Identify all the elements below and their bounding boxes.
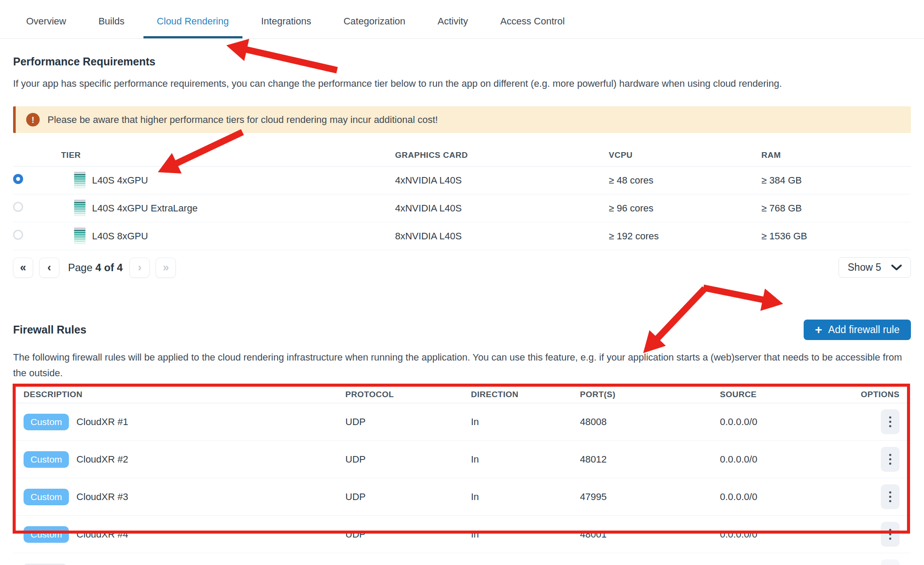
protocol-column-header: PROTOCOL xyxy=(345,390,471,403)
tier-ram: ≥ 1536 GB xyxy=(761,222,911,250)
rule-protocol: UDP xyxy=(345,516,471,553)
description-column-header: DESCRIPTION xyxy=(13,390,345,403)
performance-description: If your app has specific performance req… xyxy=(13,76,911,92)
tier-stack-icon xyxy=(74,172,85,189)
kebab-menu-icon[interactable] xyxy=(881,484,900,509)
firewall-description: The following firewall rules will be app… xyxy=(13,350,911,381)
default-badge: Default xyxy=(24,564,67,565)
performance-requirements-heading: Performance Requirements xyxy=(13,55,911,68)
direction-column-header: DIRECTION xyxy=(471,390,580,403)
warning-banner: ! Please be aware that higher performanc… xyxy=(13,106,911,133)
rule-protocol: TCP xyxy=(345,553,471,565)
tab-integrations[interactable]: Integrations xyxy=(248,12,325,38)
tab-builds[interactable]: Builds xyxy=(85,12,138,38)
tier-name: L40S 4xGPU xyxy=(92,175,148,186)
rule-direction: In xyxy=(471,441,580,478)
firewall-header-row: Firewall Rules + Add firewall rule xyxy=(13,320,911,340)
custom-badge: Custom xyxy=(24,414,69,430)
tier-column-header: TIER xyxy=(61,150,395,167)
firewall-row-cloudxr-1: CustomCloudXR #1 UDP In 48008 0.0.0.0/0 xyxy=(13,403,911,441)
pagination: « ‹ Page 4 of 4 › » Show 5 xyxy=(13,257,911,278)
rule-ports: 48008 xyxy=(580,403,720,441)
firewall-table-wrapper: DESCRIPTION PROTOCOL DIRECTION PORT(S) S… xyxy=(13,390,911,565)
tab-activity[interactable]: Activity xyxy=(424,12,482,38)
radio-unselected[interactable] xyxy=(13,230,23,240)
tier-vcpu: ≥ 96 cores xyxy=(609,194,761,222)
add-firewall-rule-label: Add firewall rule xyxy=(828,324,900,336)
rule-direction: In xyxy=(471,478,580,516)
radio-unselected[interactable] xyxy=(13,202,23,212)
rule-source: 0.0.0.0/0 xyxy=(720,516,842,553)
tier-graphics-card: 8xNVIDIA L40S xyxy=(395,222,609,250)
rule-source: 0.0.0.0/0 xyxy=(720,403,842,441)
page-size-select[interactable]: Show 5 xyxy=(839,257,911,278)
page-size-value: Show 5 xyxy=(848,262,881,273)
tier-row-l40s-4xgpu-extralarge[interactable]: L40S 4xGPU ExtraLarge 4xNVIDIA L40S ≥ 96… xyxy=(13,194,911,222)
radio-column-header xyxy=(13,150,61,167)
next-page-button: › xyxy=(130,258,150,278)
rule-direction: In xyxy=(471,553,580,565)
kebab-menu-icon xyxy=(881,559,900,565)
rule-direction: In xyxy=(471,403,580,441)
kebab-menu-icon[interactable] xyxy=(881,409,900,434)
source-column-header: SOURCE xyxy=(720,390,842,403)
rule-ports: 48001 xyxy=(580,516,720,553)
tier-ram: ≥ 384 GB xyxy=(761,167,911,194)
page-indicator: Page 4 of 4 xyxy=(68,262,123,274)
add-firewall-rule-button[interactable]: + Add firewall rule xyxy=(804,320,911,340)
firewall-rules-table: DESCRIPTION PROTOCOL DIRECTION PORT(S) S… xyxy=(13,390,911,565)
tab-access-control[interactable]: Access Control xyxy=(487,12,578,38)
tier-vcpu: ≥ 48 cores xyxy=(609,167,761,194)
vcpu-column-header: VCPU xyxy=(609,150,761,167)
tier-stack-icon xyxy=(74,228,85,245)
warning-text: Please be aware that higher performance … xyxy=(48,114,438,126)
rule-description: CloudXR #2 xyxy=(76,454,128,465)
tier-ram: ≥ 768 GB xyxy=(761,194,911,222)
ports-column-header: PORT(S) xyxy=(580,390,720,403)
exclamation-icon: ! xyxy=(26,113,40,126)
tab-overview[interactable]: Overview xyxy=(13,12,80,38)
tier-graphics-card: 4xNVIDIA L40S xyxy=(395,167,609,194)
rule-direction: In xyxy=(471,516,580,553)
rule-description: CloudXR #3 xyxy=(76,491,128,503)
rule-source: 0.0.0.0/0 xyxy=(720,441,842,478)
first-page-button[interactable]: « xyxy=(13,258,33,278)
firewall-row-cloudxr-4: CustomCloudXR #4 UDP In 48001 0.0.0.0/0 xyxy=(13,516,911,553)
last-page-button: » xyxy=(156,258,176,278)
tier-row-l40s-8xgpu[interactable]: L40S 8xGPU 8xNVIDIA L40S ≥ 192 cores ≥ 1… xyxy=(13,222,911,250)
rule-source: 0.0.0.0/0 xyxy=(720,478,842,516)
firewall-row-cloudxr-3: CustomCloudXR #3 UDP In 47995 0.0.0.0/0 xyxy=(13,478,911,516)
kebab-menu-icon[interactable] xyxy=(881,447,900,472)
custom-badge: Custom xyxy=(24,451,69,468)
firewall-row-health-daemon: DefaultHealth Daemon TCP In 53089 0.0.0.… xyxy=(13,553,911,565)
performance-tier-table: TIER GRAPHICS CARD VCPU RAM L40S 4xGPU 4… xyxy=(13,150,911,250)
cloud-rendering-page: Overview Builds Cloud Rendering Integrat… xyxy=(0,0,924,565)
plus-icon: + xyxy=(815,324,822,336)
rule-protocol: UDP xyxy=(345,441,471,478)
firewall-row-cloudxr-2: CustomCloudXR #2 UDP In 48012 0.0.0.0/0 xyxy=(13,441,911,478)
firewall-rules-heading: Firewall Rules xyxy=(13,323,86,336)
options-column-header: OPTIONS xyxy=(842,390,911,403)
kebab-menu-icon[interactable] xyxy=(881,522,900,547)
rule-description: CloudXR #4 xyxy=(76,529,128,540)
rule-ports: 48012 xyxy=(580,441,720,478)
tier-table-header-row: TIER GRAPHICS CARD VCPU RAM xyxy=(13,150,911,167)
graphics-card-column-header: GRAPHICS CARD xyxy=(395,150,609,167)
tier-vcpu: ≥ 192 cores xyxy=(609,222,761,250)
rule-protocol: UDP xyxy=(345,403,471,441)
tab-categorization[interactable]: Categorization xyxy=(330,12,419,38)
main-content: Performance Requirements If your app has… xyxy=(0,55,924,565)
rule-ports: 47995 xyxy=(580,478,720,516)
tab-bar: Overview Builds Cloud Rendering Integrat… xyxy=(0,0,924,39)
tier-name: L40S 8xGPU xyxy=(92,231,148,242)
tab-cloud-rendering[interactable]: Cloud Rendering xyxy=(143,12,242,38)
radio-selected[interactable] xyxy=(13,174,23,184)
tier-row-l40s-4xgpu[interactable]: L40S 4xGPU 4xNVIDIA L40S ≥ 48 cores ≥ 38… xyxy=(13,167,911,194)
tier-stack-icon xyxy=(74,200,85,217)
previous-page-button[interactable]: ‹ xyxy=(39,258,59,278)
tier-name: L40S 4xGPU ExtraLarge xyxy=(92,203,198,214)
firewall-table-header-row: DESCRIPTION PROTOCOL DIRECTION PORT(S) S… xyxy=(13,390,911,403)
tier-graphics-card: 4xNVIDIA L40S xyxy=(395,194,609,222)
ram-column-header: RAM xyxy=(761,150,911,167)
rule-protocol: UDP xyxy=(345,478,471,516)
